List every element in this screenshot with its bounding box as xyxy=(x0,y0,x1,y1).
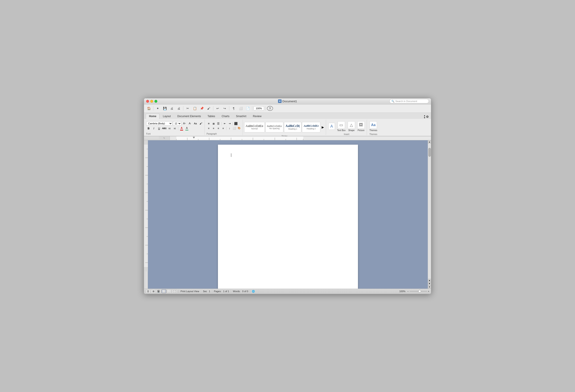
columns-btn[interactable]: ⬛ xyxy=(234,122,238,126)
sep2 xyxy=(183,106,183,110)
insert-textbox-btn[interactable]: ▭ Text Box xyxy=(336,121,346,132)
ribbon-options-btn[interactable]: ⚙ xyxy=(426,114,429,119)
print-btn[interactable]: 🖨 xyxy=(169,105,175,111)
italic-btn[interactable]: I xyxy=(151,126,156,131)
document-page[interactable] xyxy=(218,145,358,289)
case-btn[interactable]: Aa xyxy=(193,121,198,126)
zoom-minus-btn[interactable]: − xyxy=(407,290,408,293)
tab-document-elements[interactable]: Document Elements xyxy=(174,114,204,119)
print-layout-view-label: Print Layout View xyxy=(181,290,199,293)
format-paint-btn[interactable]: 🖌 xyxy=(206,105,212,111)
outdent-btn[interactable]: ⇤ xyxy=(222,122,227,126)
scroll-prev-page-btn[interactable]: ▲ xyxy=(428,279,431,282)
style-nospace-label: No Spacing xyxy=(269,127,280,130)
ruler-corner: ↖ xyxy=(164,137,165,139)
pages-label: Pages: xyxy=(214,290,221,293)
redo-btn[interactable]: ↪ xyxy=(222,105,228,111)
editing-area: ▲ ▲ ▼ ▼ xyxy=(144,140,431,289)
minimize-button[interactable] xyxy=(150,100,153,103)
multi-list-btn[interactable]: ☰ xyxy=(216,122,220,126)
line-spacing-btn[interactable]: ↕ xyxy=(227,126,232,130)
window-title-area: W Document1 xyxy=(278,99,297,103)
scroll-next-page-btn[interactable]: ▼ xyxy=(428,282,431,285)
tab-layout[interactable]: Layout xyxy=(160,114,174,119)
toolbar-style-btn[interactable]: ✦ xyxy=(155,105,161,111)
ruler-area: ↖ xyxy=(144,136,431,140)
insert-group: A ▭ Text Box △ Shape 🖼 Picture Inser xyxy=(326,120,367,135)
shrink-font-btn[interactable]: A- xyxy=(188,121,192,126)
copy-btn[interactable]: 📋 xyxy=(192,105,198,111)
view-print-btn[interactable]: ⬜ xyxy=(162,289,166,293)
indent-btn[interactable]: ⇥ xyxy=(227,122,232,126)
app-icon: W xyxy=(278,99,282,103)
tab-home[interactable]: Home xyxy=(146,114,160,119)
border-btn[interactable]: ⬜ xyxy=(232,126,237,130)
zoom-plus-btn[interactable]: + xyxy=(428,290,429,293)
style-no-spacing[interactable]: AaBbCcDdEe No Spacing xyxy=(265,122,283,132)
zoom-slider[interactable] xyxy=(409,291,427,292)
style-heading2[interactable]: AaBbCcDdEe Heading 2 xyxy=(302,122,320,132)
status-sep2 xyxy=(201,290,201,293)
themes-group-area: Aa Themes Themes xyxy=(367,120,379,135)
tab-review[interactable]: Review xyxy=(250,114,265,119)
bold-btn[interactable]: B xyxy=(146,126,151,131)
document-canvas[interactable] xyxy=(148,140,428,289)
pilcrow-btn[interactable]: ¶ xyxy=(231,105,237,111)
style-heading1[interactable]: AaBbCcD( Heading 1 xyxy=(284,122,301,132)
insert-picture-btn[interactable]: 🖼 Picture xyxy=(357,121,365,132)
view-outline-btn[interactable]: ⊞ xyxy=(151,289,156,293)
tab-charts[interactable]: Charts xyxy=(218,114,233,119)
styles-expand-btn[interactable]: ▶ xyxy=(321,121,325,134)
font-family-select[interactable]: Cambria (Body) xyxy=(146,121,172,126)
scroll-up-btn[interactable]: ▲ xyxy=(428,140,431,144)
view-btn[interactable]: ⬜ xyxy=(238,105,244,111)
font-color-btn[interactable]: A xyxy=(179,126,184,131)
cut-btn[interactable]: ✂ xyxy=(185,105,191,111)
undo-btn[interactable]: ↩ xyxy=(215,105,221,111)
vertical-scrollbar[interactable]: ▲ ▲ ▼ ▼ xyxy=(428,140,431,289)
maximize-button[interactable] xyxy=(154,100,157,103)
align-right-btn[interactable]: ≡ xyxy=(216,126,220,130)
highlight-btn[interactable]: A xyxy=(184,126,189,131)
preview-btn[interactable]: 🖨 xyxy=(176,105,182,111)
pages-view-btn[interactable]: 📄 xyxy=(245,105,251,111)
sep6 xyxy=(265,106,266,110)
close-button[interactable] xyxy=(146,100,149,103)
superscript-btn[interactable]: x2 xyxy=(167,126,172,131)
insert-styles-btn[interactable]: A xyxy=(328,122,336,131)
bullet-list-btn[interactable]: ≡ xyxy=(207,122,211,126)
tab-smartart[interactable]: SmartArt xyxy=(233,114,249,119)
font-size-select[interactable]: 12 xyxy=(173,121,181,126)
scroll-thumb[interactable] xyxy=(429,148,431,157)
align-left-btn[interactable]: ≡ xyxy=(207,126,211,130)
paste-btn[interactable]: 📌 xyxy=(199,105,205,111)
view-focus-btn[interactable]: ⛶ xyxy=(172,289,177,293)
search-placeholder: Search in Document xyxy=(395,100,417,103)
zoom-slider-thumb[interactable] xyxy=(418,290,421,293)
home-toolbar-btn[interactable]: 🏠 xyxy=(146,105,152,111)
grow-font-btn[interactable]: A+ xyxy=(182,121,187,126)
tab-tables[interactable]: Tables xyxy=(204,114,218,119)
subscript-btn[interactable]: x2 xyxy=(172,126,177,131)
ribbon-collapse-btn[interactable]: ▲▼ xyxy=(424,114,426,119)
style-normal[interactable]: AaBbCcDdEe Normal xyxy=(244,122,265,132)
zoom-input[interactable] xyxy=(254,106,264,110)
themes-btn[interactable]: Aa Themes xyxy=(369,121,378,132)
section-value: 1 xyxy=(209,290,210,293)
shading-btn[interactable]: 🎨 xyxy=(237,126,241,130)
view-publish-btn[interactable]: ⬜ xyxy=(167,289,171,293)
ribbon-tabs: Home Layout Document Elements Tables Cha… xyxy=(144,113,431,119)
underline-btn[interactable]: U xyxy=(157,126,162,131)
help-btn[interactable]: ? xyxy=(267,106,273,111)
view-draft-btn[interactable]: ☰ xyxy=(146,289,150,293)
scroll-down-btn[interactable]: ▼ xyxy=(428,285,431,289)
align-center-btn[interactable]: ≡ xyxy=(211,126,216,130)
strikethrough-btn[interactable]: ABC xyxy=(162,126,167,131)
number-list-btn[interactable]: ≣ xyxy=(211,122,216,126)
justify-btn[interactable]: ≡ xyxy=(221,126,225,130)
view-notebook-btn[interactable]: 📓 xyxy=(156,289,161,293)
insert-shape-btn[interactable]: △ Shape xyxy=(347,121,356,132)
clear-format-btn[interactable]: 🖌 xyxy=(198,121,203,126)
search-box[interactable]: 🔍 Search in Document xyxy=(389,99,429,103)
save-btn[interactable]: 💾 xyxy=(162,105,168,111)
